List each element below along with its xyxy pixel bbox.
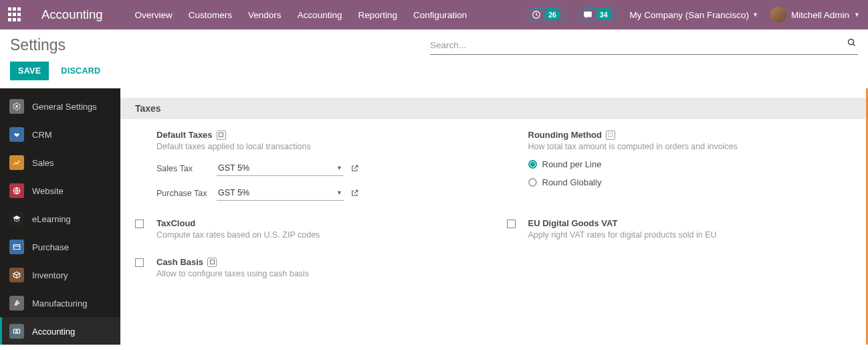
sidebar-item-inventory[interactable]: Inventory — [0, 261, 120, 289]
svg-point-2 — [15, 105, 18, 108]
sidebar-item-label: eLearning — [32, 214, 71, 224]
sidebar-item-label: Manufacturing — [32, 298, 87, 309]
nav-vendors[interactable]: Vendors — [248, 10, 282, 20]
sidebar-item-purchase[interactable]: Purchase — [0, 233, 120, 261]
svg-rect-8 — [609, 133, 613, 137]
option-title-eu-vat: EU Digital Goods VAT — [528, 218, 852, 228]
svg-point-1 — [849, 39, 854, 45]
apps-icon[interactable] — [8, 7, 23, 22]
external-link-icon[interactable] — [350, 164, 359, 173]
option-desc: How total tax amount is computed in orde… — [528, 142, 852, 151]
checkbox-taxcloud[interactable] — [135, 220, 144, 228]
save-button[interactable]: SAVE — [10, 62, 49, 80]
chevron-down-icon: ▼ — [752, 11, 758, 18]
field-label-sales-tax: Sales Tax — [156, 164, 217, 173]
company-name: My Company (San Francisco) — [630, 10, 750, 20]
sidebar-item-label: General Settings — [32, 102, 97, 112]
company-switcher[interactable]: My Company (San Francisco) ▼ — [630, 10, 758, 20]
field-label-purchase-tax: Purchase Tax — [156, 189, 217, 198]
svg-rect-9 — [210, 260, 214, 264]
action-buttons: SAVE DISCARD — [0, 59, 868, 88]
control-bar: Settings — [0, 29, 868, 59]
sidebar-item-general[interactable]: General Settings — [0, 92, 120, 120]
gear-icon — [9, 99, 24, 114]
chat-icon — [583, 10, 592, 19]
external-link-icon[interactable] — [207, 258, 217, 267]
checkbox-eu-vat[interactable] — [507, 220, 516, 228]
body: General Settings CRM Sales Website eLear… — [0, 88, 868, 345]
page-title: Settings — [10, 36, 66, 54]
section-header-taxes: Taxes — [120, 98, 866, 119]
user-name: Mitchell Admin — [791, 10, 849, 20]
purchase-tax-select[interactable]: GST 5%▼ — [217, 185, 344, 201]
chevron-down-icon: ▼ — [336, 189, 342, 196]
option-desc: Compute tax rates based on U.S. ZIP code… — [156, 230, 480, 240]
sidebar-item-manufacturing[interactable]: Manufacturing — [0, 289, 120, 317]
sidebar-item-sales[interactable]: Sales — [0, 149, 120, 177]
sidebar-item-website[interactable]: Website — [0, 177, 120, 205]
radio-round-per-line[interactable]: Round per Line — [528, 159, 852, 169]
settings-content: Taxes Default Taxes Default taxes applie… — [120, 88, 868, 345]
sidebar-item-accounting[interactable]: Accounting — [0, 317, 120, 345]
svg-rect-7 — [219, 133, 223, 137]
globe-icon — [9, 183, 24, 198]
external-link-icon[interactable] — [217, 130, 226, 140]
radio-round-globally[interactable]: Round Globally — [528, 177, 852, 187]
nav-customers[interactable]: Customers — [189, 10, 232, 20]
nav-configuration[interactable]: Configuration — [413, 10, 467, 20]
settings-sidebar: General Settings CRM Sales Website eLear… — [0, 88, 120, 345]
sidebar-item-label: CRM — [32, 130, 52, 140]
sidebar-item-label: Accounting — [32, 327, 75, 337]
external-link-icon[interactable] — [350, 189, 359, 197]
handshake-icon — [9, 127, 24, 142]
money-icon — [9, 324, 24, 339]
app-brand[interactable]: Accounting — [41, 7, 103, 22]
sidebar-item-label: Inventory — [32, 270, 68, 280]
main-nav: Overview Customers Vendors Accounting Re… — [135, 10, 467, 20]
chevron-down-icon: ▼ — [854, 11, 860, 18]
svg-rect-4 — [13, 245, 19, 250]
search-icon[interactable] — [847, 37, 857, 48]
option-desc: Allow to configure taxes using cash basi… — [156, 269, 480, 278]
chat-indicator[interactable]: 34 — [578, 8, 618, 21]
sidebar-item-label: Website — [32, 186, 64, 196]
user-menu[interactable]: Mitchell Admin ▼ — [770, 7, 860, 23]
option-desc: Default taxes applied to local transacti… — [156, 142, 480, 151]
sidebar-item-label: Purchase — [32, 242, 69, 252]
card-icon — [9, 240, 24, 254]
option-desc: Apply right VAT rates for digital produc… — [528, 230, 852, 240]
topbar: Accounting Overview Customers Vendors Ac… — [0, 0, 868, 29]
option-title-rounding: Rounding Method — [528, 130, 852, 140]
external-link-icon[interactable] — [606, 130, 615, 140]
nav-overview[interactable]: Overview — [135, 10, 173, 20]
search-wrap — [430, 36, 858, 55]
sidebar-item-crm[interactable]: CRM — [0, 120, 120, 149]
chart-icon — [9, 155, 24, 170]
topbar-right: 26 34 My Company (San Francisco) ▼ Mitch… — [527, 7, 860, 23]
radio-icon — [528, 160, 537, 169]
avatar — [770, 7, 786, 23]
nav-accounting[interactable]: Accounting — [298, 10, 342, 20]
radio-icon — [528, 178, 537, 187]
activity-indicator[interactable]: 26 — [527, 8, 566, 21]
chat-count: 34 — [596, 10, 612, 19]
option-title-cash-basis: Cash Basis — [156, 257, 480, 267]
sales-tax-select[interactable]: GST 5%▼ — [217, 161, 344, 176]
option-title-taxcloud: TaxCloud — [156, 218, 480, 228]
sidebar-item-elearning[interactable]: eLearning — [0, 205, 120, 233]
nav-reporting[interactable]: Reporting — [358, 10, 397, 20]
chevron-down-icon: ▼ — [336, 165, 342, 171]
sidebar-item-label: Sales — [32, 158, 54, 168]
wrench-icon — [9, 296, 24, 311]
activity-count: 26 — [544, 10, 560, 19]
discard-button[interactable]: DISCARD — [61, 66, 100, 76]
search-input[interactable] — [430, 36, 858, 55]
svg-point-6 — [16, 331, 18, 333]
checkbox-cash-basis[interactable] — [135, 258, 144, 267]
box-icon — [9, 268, 24, 282]
option-title-default-taxes: Default Taxes — [156, 130, 480, 140]
clock-icon — [532, 10, 541, 19]
graduation-icon — [9, 211, 24, 226]
